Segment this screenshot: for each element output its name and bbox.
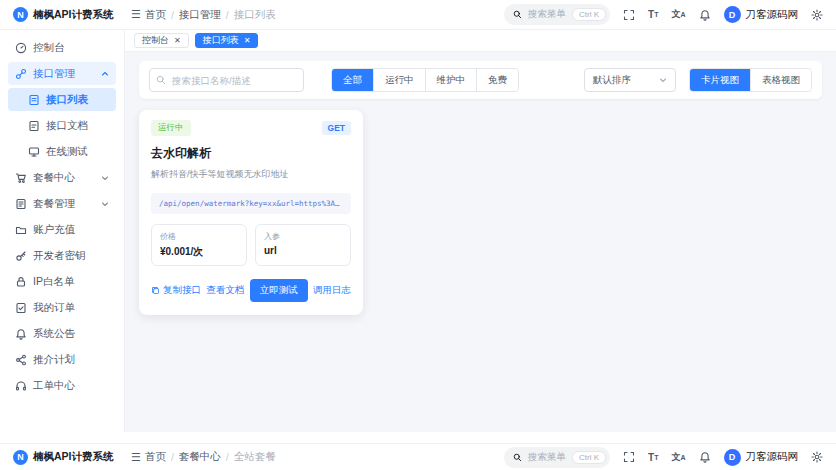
user-name: 刀客源码网 [746, 8, 799, 22]
content: 全部 运行中 维护中 免费 默认排序 卡片视图 表格视图 [125, 52, 836, 432]
price-value: ¥0.001/次 [160, 245, 238, 259]
sidebar-item-referral[interactable]: 推介计划 [8, 348, 116, 371]
tab-close-icon[interactable]: ✕ [244, 37, 251, 45]
sidebar-item-developer-key[interactable]: 开发者密钥 [8, 244, 116, 267]
page-gap [0, 432, 836, 443]
api-description: 解析抖音/快手等短视频无水印地址 [151, 168, 351, 181]
filter-all-button[interactable]: 全部 [332, 69, 373, 91]
global-search[interactable]: 搜索菜单 Ctrl K [504, 447, 610, 468]
test-now-button[interactable]: 立即测试 [250, 279, 308, 302]
copy-api-button[interactable]: 复制接口 [151, 284, 201, 297]
sidebar-item-label: 套餐中心 [33, 171, 75, 185]
param-value: url [264, 245, 342, 256]
api-card-badges: 运行中 GET [151, 120, 351, 136]
price-field: 价格 ¥0.001/次 [151, 224, 247, 266]
sidebar-collapse-icon[interactable]: ☰ [131, 8, 141, 21]
sidebar-item-label: 系统公告 [33, 327, 75, 341]
top-header: N 楠枫API计费系统 ☰ 首页 / 接口管理 / 接口列表 搜索菜单 Ctrl… [0, 0, 836, 30]
filter-maintenance-button[interactable]: 维护中 [425, 69, 477, 91]
brand[interactable]: N 楠枫API计费系统 [0, 450, 125, 465]
brand[interactable]: N 楠枫API计费系统 [0, 7, 125, 22]
monitor-icon [28, 146, 40, 158]
key-icon [15, 250, 27, 262]
param-label: 入参 [264, 231, 342, 242]
api-search-input[interactable] [149, 68, 304, 92]
sidebar-item-online-test[interactable]: 在线测试 [8, 140, 116, 163]
doc-list-icon [28, 94, 40, 106]
breadcrumb-home[interactable]: 首页 [145, 8, 166, 22]
sort-select[interactable]: 默认排序 [584, 68, 676, 92]
notifications-bell-icon[interactable] [699, 9, 711, 21]
status-filter-group: 全部 运行中 维护中 免费 [331, 68, 519, 92]
sidebar-item-package-manage[interactable]: 套餐管理 [8, 192, 116, 215]
copy-icon [151, 286, 160, 295]
headset-icon [15, 380, 27, 392]
cart-icon [15, 172, 27, 184]
api-search [149, 68, 304, 92]
breadcrumb-section[interactable]: 接口管理 [179, 8, 221, 22]
tab-close-icon[interactable]: ✕ [174, 37, 181, 45]
order-icon [15, 302, 27, 314]
breadcrumb-home[interactable]: 首页 [145, 450, 166, 464]
chevron-down-icon [659, 76, 667, 84]
notifications-bell-icon[interactable] [699, 451, 711, 463]
brand-name: 楠枫API计费系统 [33, 8, 114, 22]
api-endpoint[interactable]: /api/open/watermark?key=xx&url=https%3A%… [151, 193, 351, 214]
card-view-button[interactable]: 卡片视图 [690, 69, 750, 91]
breadcrumb-separator: / [171, 451, 174, 463]
sidebar-item-package-center[interactable]: 套餐中心 [8, 166, 116, 189]
font-size-icon[interactable]: TT [648, 9, 658, 20]
sidebar-item-dashboard[interactable]: 控制台 [8, 36, 116, 59]
sidebar-collapse-icon[interactable]: ☰ [131, 451, 141, 464]
header-actions: 搜索菜单 Ctrl K TT 文A D 刀客源码网 [504, 4, 836, 25]
tab-api-list[interactable]: 接口列表 ✕ [195, 33, 259, 48]
sidebar-item-recharge[interactable]: 账户充值 [8, 218, 116, 241]
chevron-up-icon [101, 70, 109, 78]
font-size-icon[interactable]: TT [648, 452, 658, 463]
view-toggle-group: 卡片视图 表格视图 [689, 68, 812, 92]
fullscreen-icon[interactable] [623, 451, 635, 463]
sidebar-item-api-manage[interactable]: 接口管理 [8, 62, 116, 85]
api-card[interactable]: 运行中 GET 去水印解析 解析抖音/快手等短视频无水印地址 /api/open… [139, 110, 363, 315]
sidebar-item-label: 开发者密钥 [33, 249, 86, 263]
status-badge: 运行中 [151, 120, 191, 136]
brand-name: 楠枫API计费系统 [33, 450, 114, 464]
filter-running-button[interactable]: 运行中 [373, 69, 425, 91]
translate-icon[interactable]: 文A [671, 8, 685, 21]
breadcrumb-section[interactable]: 套餐中心 [179, 450, 221, 464]
breadcrumb-separator: / [226, 9, 229, 21]
chevron-down-icon [101, 200, 109, 208]
shortcut-badge: Ctrl K [572, 8, 606, 21]
user-menu[interactable]: D 刀客源码网 [724, 6, 799, 23]
fullscreen-icon[interactable] [623, 9, 635, 21]
sidebar-item-api-list[interactable]: 接口列表 [8, 88, 116, 111]
brand-logo-icon: N [13, 7, 28, 22]
dashboard-icon [15, 42, 27, 54]
main-area: 控制台 ✕ 接口列表 ✕ 全部 运行中 [125, 30, 836, 432]
sidebar-item-my-orders[interactable]: 我的订单 [8, 296, 116, 319]
global-search[interactable]: 搜索菜单 Ctrl K [504, 4, 610, 25]
call-logs-button[interactable]: 调用日志 [313, 284, 351, 297]
settings-gear-icon[interactable] [811, 451, 823, 463]
sidebar-item-ticket-center[interactable]: 工单中心 [8, 374, 116, 397]
user-avatar: D [724, 6, 741, 23]
api-title: 去水印解析 [151, 145, 351, 162]
breadcrumb-separator: / [171, 9, 174, 21]
api-card-actions: 复制接口 查看文档 立即测试 调用日志 [151, 279, 351, 302]
sidebar-item-ip-whitelist[interactable]: IP白名单 [8, 270, 116, 293]
sidebar-item-label: 接口管理 [33, 67, 75, 81]
tab-dashboard[interactable]: 控制台 ✕ [134, 33, 189, 48]
user-menu[interactable]: D 刀客源码网 [724, 449, 799, 466]
sidebar-item-api-docs[interactable]: 接口文档 [8, 114, 116, 137]
filter-free-button[interactable]: 免费 [476, 69, 518, 91]
breadcrumb-current: 接口列表 [234, 8, 276, 22]
translate-icon[interactable]: 文A [671, 451, 685, 464]
folder-icon [15, 224, 27, 236]
copy-api-label: 复制接口 [163, 284, 201, 297]
breadcrumb-current: 全站套餐 [234, 450, 276, 464]
view-docs-button[interactable]: 查看文档 [206, 284, 244, 297]
sidebar-item-announcements[interactable]: 系统公告 [8, 322, 116, 345]
table-view-button[interactable]: 表格视图 [750, 69, 811, 91]
shortcut-badge: Ctrl K [572, 451, 606, 464]
settings-gear-icon[interactable] [811, 9, 823, 21]
